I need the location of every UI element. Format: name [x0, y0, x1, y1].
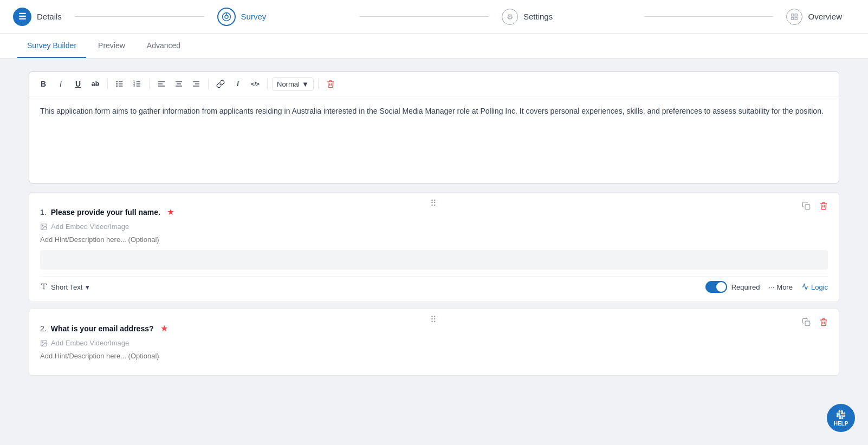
top-navigation: ☰ Details Survey ⚙ Settings Overview [0, 0, 868, 34]
tab-survey-builder[interactable]: Survey Builder [17, 34, 86, 58]
svg-point-10 [116, 81, 118, 83]
editor-toolbar: B I U ab 123 I [29, 72, 839, 96]
answer-field-1 [40, 250, 828, 270]
link-button[interactable] [213, 76, 228, 91]
rich-text-editor: B I U ab 123 I [29, 71, 839, 184]
main-content: B I U ab 123 I [11, 58, 857, 395]
svg-point-12 [116, 86, 118, 87]
question-text-1: Please provide your full name. [51, 208, 160, 217]
survey-label: Survey [241, 12, 267, 21]
nav-settings[interactable]: ⚙ Settings [489, 0, 644, 33]
add-embed-label-2: Add Embed Video/Image [51, 339, 129, 347]
required-star-2: ★ [160, 323, 168, 333]
format-chevron: ▼ [302, 80, 309, 88]
survey-icon [217, 8, 236, 26]
bullet-list-button[interactable] [112, 76, 127, 91]
copy-button-2[interactable] [800, 316, 813, 331]
svg-rect-28 [805, 205, 810, 210]
more-dots-1: ··· [768, 283, 774, 291]
logic-label-1: Logic [811, 283, 828, 291]
svg-rect-4 [795, 14, 798, 16]
sub-navigation: Survey Builder Preview Advanced [0, 34, 868, 58]
type-chevron-1: ▾ [86, 283, 89, 291]
svg-point-11 [116, 83, 118, 85]
logic-button-1[interactable]: Logic [801, 283, 828, 291]
overview-label: Overview [808, 12, 842, 21]
editor-delete-button[interactable] [323, 76, 338, 91]
italic-button[interactable]: I [53, 76, 68, 91]
toolbar-separator-4 [267, 78, 268, 89]
svg-point-1 [225, 15, 228, 18]
hint-input-2[interactable] [40, 352, 828, 360]
drag-handle-1[interactable]: ⠿ [430, 198, 438, 208]
nav-details[interactable]: ☰ Details [13, 0, 75, 33]
question-number-1: 1. [40, 208, 47, 217]
copy-button-1[interactable] [800, 199, 813, 214]
type-icon-1 [40, 283, 48, 292]
type-selector-1[interactable]: Short Text ▾ [40, 283, 89, 292]
settings-label: Settings [523, 12, 553, 21]
question-card-2: ⠿ 2. What is your email address? ★ Add E… [29, 309, 839, 376]
align-right-button[interactable] [189, 76, 204, 91]
nav-divider-2 [359, 16, 489, 17]
card-footer-1: Short Text ▾ Required ··· More Logic [40, 276, 828, 293]
editor-content[interactable]: This application form aims to gather inf… [29, 96, 839, 183]
nav-survey[interactable]: Survey [204, 0, 360, 33]
add-embed-button-2[interactable]: Add Embed Video/Image [40, 339, 129, 347]
required-toggle-1: Required [705, 281, 760, 293]
tab-preview[interactable]: Preview [88, 34, 135, 58]
card-actions-1 [800, 199, 830, 214]
more-label-1: More [776, 283, 793, 291]
add-embed-label-1: Add Embed Video/Image [51, 222, 129, 231]
nav-divider-3 [644, 16, 774, 17]
delete-button-2[interactable] [817, 316, 830, 331]
required-label-1: Required [731, 283, 760, 291]
nav-overview[interactable]: Overview [773, 0, 855, 33]
svg-point-30 [42, 225, 43, 226]
toolbar-separator-3 [208, 78, 209, 89]
align-left-button[interactable] [154, 76, 169, 91]
code-button[interactable]: </> [248, 76, 263, 91]
drag-handle-2[interactable]: ⠿ [430, 315, 438, 325]
align-center-button[interactable] [171, 76, 186, 91]
format-value: Normal [277, 80, 300, 88]
svg-rect-6 [795, 17, 798, 19]
overview-icon [786, 9, 802, 25]
question-text-2: What is your email address? [51, 324, 154, 333]
svg-text:3: 3 [133, 84, 135, 87]
add-embed-button-1[interactable]: Add Embed Video/Image [40, 222, 129, 231]
toolbar-separator-5 [318, 78, 319, 89]
underline-button[interactable]: U [70, 76, 86, 91]
tab-advanced[interactable]: Advanced [137, 34, 190, 58]
type-label-1: Short Text [51, 283, 82, 291]
svg-rect-31 [805, 321, 810, 326]
toolbar-separator-2 [149, 78, 150, 89]
question-card-1: ⠿ 1. Please provide your full name. ★ Ad… [29, 192, 839, 302]
subscript-button[interactable]: I [230, 76, 245, 91]
ordered-list-button[interactable]: 123 [129, 76, 145, 91]
card-actions-2 [800, 316, 830, 331]
bold-button[interactable]: B [36, 76, 51, 91]
svg-point-33 [42, 342, 43, 343]
strikethrough-button[interactable]: ab [88, 76, 103, 91]
hint-input-1[interactable] [40, 235, 828, 244]
nav-divider-1 [75, 16, 204, 17]
toolbar-separator-1 [107, 78, 108, 89]
delete-button-1[interactable] [817, 199, 830, 214]
toggle-switch-1[interactable] [705, 281, 727, 293]
settings-icon: ⚙ [502, 9, 518, 25]
details-icon: ☰ [13, 8, 31, 26]
required-star-1: ★ [167, 207, 174, 217]
svg-rect-5 [792, 17, 794, 19]
question-number-2: 2. [40, 324, 47, 333]
format-dropdown[interactable]: Normal ▼ [272, 77, 314, 91]
footer-right-1: Required ··· More Logic [705, 281, 828, 293]
svg-rect-3 [792, 14, 794, 16]
details-label: Details [37, 12, 62, 21]
more-button-1[interactable]: ··· More [768, 283, 792, 291]
